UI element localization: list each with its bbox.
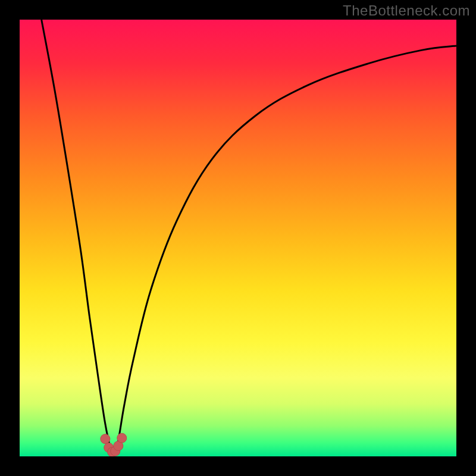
trough-marker bbox=[101, 434, 110, 444]
watermark-text: TheBottleneck.com bbox=[343, 2, 470, 19]
gradient-background bbox=[20, 20, 456, 456]
bottleneck-chart bbox=[20, 20, 456, 456]
trough-marker bbox=[117, 433, 127, 443]
chart-frame: TheBottleneck.com bbox=[0, 0, 476, 476]
